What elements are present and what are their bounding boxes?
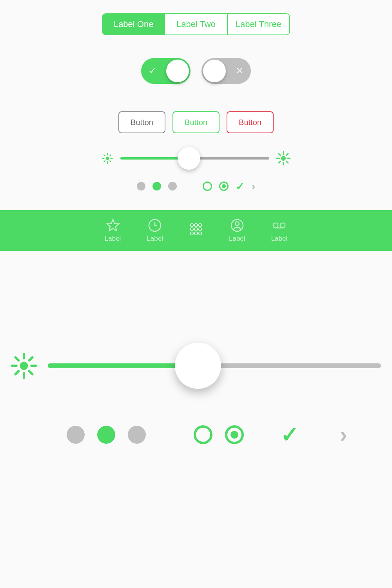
svg-line-6	[110, 161, 111, 162]
page-dot-active[interactable]	[152, 182, 161, 191]
svg-point-23	[191, 228, 194, 231]
tab-contacts[interactable]: Label	[229, 218, 245, 243]
tab-label: Label	[147, 235, 163, 243]
toggle-knob[interactable]	[166, 60, 189, 82]
voicemail-icon	[272, 218, 286, 232]
slider-track[interactable]	[48, 363, 381, 368]
svg-line-15	[287, 162, 288, 163]
tab-bar: Label Label Label Label	[0, 210, 392, 251]
slider-track[interactable]	[120, 157, 269, 160]
svg-point-25	[199, 228, 202, 231]
tab-favorites[interactable]: Label	[105, 218, 121, 243]
tab-label: Label	[229, 235, 245, 243]
svg-point-34	[20, 362, 28, 370]
brightness-low-icon	[102, 152, 113, 164]
svg-point-24	[194, 228, 198, 231]
radio-selected[interactable]	[225, 425, 244, 444]
slider-thumb[interactable]	[178, 147, 200, 170]
page-dot[interactable]	[128, 426, 146, 444]
button-row: Button Button Button	[0, 111, 392, 133]
svg-line-40	[29, 371, 33, 374]
tab-voicemail[interactable]: Label	[271, 218, 288, 243]
brightness-slider-small	[0, 151, 392, 165]
svg-line-41	[16, 371, 19, 374]
page-dot[interactable]	[137, 182, 145, 191]
toggle-on[interactable]: ✓	[141, 58, 191, 84]
svg-line-14	[279, 154, 280, 155]
svg-line-17	[287, 154, 288, 155]
toggle-knob[interactable]	[203, 60, 226, 82]
star-icon	[106, 218, 120, 232]
tab-label: Label	[271, 235, 288, 243]
brightness-high-icon	[276, 151, 290, 165]
svg-point-0	[106, 157, 109, 160]
svg-point-31	[273, 223, 278, 228]
svg-point-21	[194, 224, 198, 227]
check-icon: ✓	[149, 66, 156, 76]
toggle-off[interactable]: ✕	[201, 58, 251, 84]
page-dot-active[interactable]	[97, 426, 115, 444]
svg-line-42	[29, 358, 33, 361]
toggle-row: ✓ ✕	[0, 58, 392, 84]
page-dot[interactable]	[67, 426, 85, 444]
svg-line-39	[16, 358, 19, 361]
checkmark-icon: ✓	[236, 180, 245, 193]
svg-line-16	[279, 162, 280, 163]
radio-selected[interactable]	[219, 181, 229, 191]
svg-point-27	[194, 232, 198, 235]
slider-thumb[interactable]	[175, 343, 221, 389]
svg-point-30	[235, 222, 239, 226]
svg-point-26	[191, 232, 194, 235]
user-icon	[230, 218, 244, 232]
brightness-low-icon	[11, 353, 37, 379]
tab-keypad[interactable]	[189, 222, 203, 239]
svg-point-9	[281, 156, 286, 161]
radio-unselected[interactable]	[194, 425, 212, 444]
segment-three[interactable]: Label Three	[228, 14, 289, 34]
close-icon: ✕	[236, 66, 243, 76]
grid-icon	[189, 222, 203, 236]
brightness-slider-large	[0, 353, 392, 379]
chevron-right-icon[interactable]: ›	[252, 180, 256, 193]
chevron-right-icon[interactable]: ›	[340, 422, 347, 447]
clock-icon	[148, 218, 162, 232]
button-primary[interactable]: Button	[172, 111, 220, 133]
tab-label: Label	[105, 235, 121, 243]
segmented-control[interactable]: Label One Label Two Label Three	[102, 13, 290, 35]
svg-point-28	[199, 232, 202, 235]
page-dot[interactable]	[168, 182, 177, 191]
button-default[interactable]: Button	[118, 111, 165, 133]
button-danger[interactable]: Button	[227, 111, 274, 133]
checkmark-icon: ✓	[281, 422, 299, 447]
svg-line-5	[104, 155, 105, 156]
tab-recents[interactable]: Label	[147, 218, 163, 243]
svg-point-22	[199, 224, 202, 227]
radio-unselected[interactable]	[203, 181, 212, 191]
svg-point-32	[280, 223, 285, 228]
indicator-row-large: ✓ ›	[0, 422, 392, 447]
svg-line-8	[110, 155, 111, 156]
segment-two[interactable]: Label Two	[165, 14, 227, 34]
svg-marker-18	[107, 220, 119, 231]
indicator-row-small: ✓ ›	[0, 180, 392, 193]
segment-one[interactable]: Label One	[103, 14, 165, 34]
svg-point-20	[191, 224, 194, 227]
svg-line-7	[104, 161, 105, 162]
